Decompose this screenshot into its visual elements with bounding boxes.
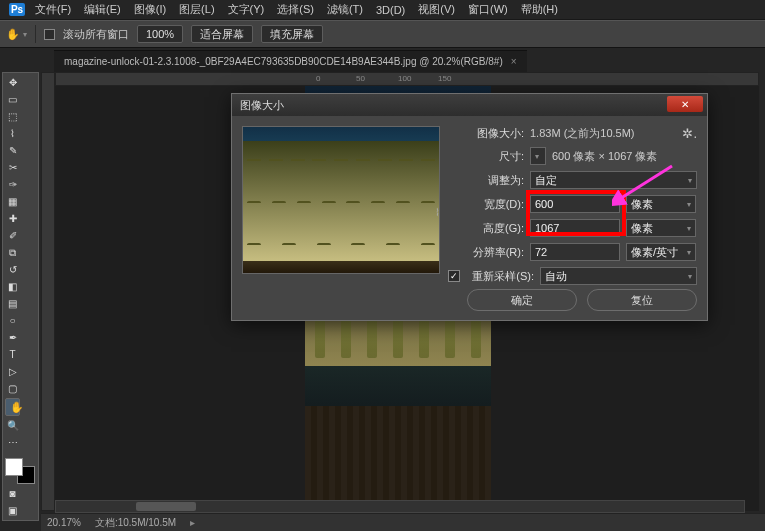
menu-edit[interactable]: 编辑(E) (78, 0, 127, 19)
link-wh-icon[interactable]: 𝄔 (430, 194, 444, 230)
close-tab-icon[interactable]: × (511, 56, 517, 67)
menu-filter[interactable]: 滤镜(T) (321, 0, 369, 19)
menu-layer[interactable]: 图层(L) (173, 0, 220, 19)
menu-window[interactable]: 窗口(W) (462, 0, 514, 19)
status-zoom[interactable]: 20.17% (47, 517, 81, 528)
dialog-close-button[interactable]: ✕ (667, 96, 703, 112)
status-doc: 文档:10.5M/10.5M (95, 516, 176, 530)
frame-tool[interactable]: ▦ (5, 194, 20, 209)
fg-color[interactable] (5, 458, 23, 476)
status-arrow-icon[interactable]: ▸ (190, 517, 195, 528)
tool-indicator: ✋ ▾ (6, 28, 27, 41)
resample-select[interactable]: 自动▾ (540, 267, 697, 285)
scroll-all-label: 滚动所有窗口 (63, 27, 129, 42)
preview-thumbnail (242, 126, 440, 274)
hand-tool[interactable]: ✋ (5, 398, 20, 416)
resample-checkbox[interactable]: ✓ (448, 270, 460, 282)
res-unit-select[interactable]: 像素/英寸▾ (626, 243, 696, 261)
fill-screen-button[interactable]: 填充屏幕 (261, 25, 323, 43)
fit-screen-button[interactable]: 适合屏幕 (191, 25, 253, 43)
zoom-tool[interactable]: 🔍 (5, 418, 20, 433)
dim-unit-select[interactable]: ▾ (530, 147, 546, 165)
menu-type[interactable]: 文字(Y) (222, 0, 271, 19)
dim-value: 600 像素 × 1067 像素 (552, 149, 657, 164)
width-unit-select[interactable]: 像素▾ (626, 195, 696, 213)
hand-icon: ✋ (6, 28, 20, 41)
shape-tool[interactable]: ▢ (5, 381, 20, 396)
options-bar: ✋ ▾ 滚动所有窗口 100% 适合屏幕 填充屏幕 (0, 20, 765, 48)
menu-3d[interactable]: 3D(D) (370, 2, 411, 18)
ok-button[interactable]: 确定 (467, 289, 577, 311)
dropdown-icon[interactable]: ▾ (23, 30, 27, 39)
color-swatch[interactable] (5, 458, 35, 484)
document-tabs: magazine-unlock-01-2.3.1008-_0BF29A4EC79… (0, 48, 765, 72)
scroll-thumb[interactable] (136, 502, 196, 511)
move-tool[interactable]: ✥ (5, 75, 20, 90)
artboard-tool[interactable]: ▭ (5, 92, 20, 107)
tool-panel: ✥ ▭ ⬚ ⌇ ✎ ✂ ✑ ▦ ✚ ✐ ⧉ ↺ ◧ ▤ ○ ✒ T ▷ ▢ ✋ … (2, 72, 39, 521)
dialog-title: 图像大小 (240, 98, 284, 113)
menubar: Ps 文件(F) 编辑(E) 图像(I) 图层(L) 文字(Y) 选择(S) 滤… (0, 0, 765, 20)
res-input[interactable] (530, 243, 620, 261)
res-label: 分辨率(R): (448, 245, 524, 260)
mask-mode[interactable]: ◙ (5, 486, 20, 501)
gear-icon[interactable]: ✲. (682, 126, 697, 141)
menu-file[interactable]: 文件(F) (29, 0, 77, 19)
spot-heal-tool[interactable]: ✚ (5, 211, 20, 226)
blur-tool[interactable]: ○ (5, 313, 20, 328)
dim-label: 尺寸: (448, 149, 524, 164)
clone-tool[interactable]: ⧉ (5, 245, 20, 260)
document-tab[interactable]: magazine-unlock-01-2.3.1008-_0BF29A4EC79… (54, 50, 527, 72)
quick-select-tool[interactable]: ✎ (5, 143, 20, 158)
menu-select[interactable]: 选择(S) (271, 0, 320, 19)
width-input[interactable] (530, 195, 620, 213)
reset-button[interactable]: 复位 (587, 289, 697, 311)
status-bar: 20.17% 文档:10.5M/10.5M ▸ (41, 513, 765, 531)
lasso-tool[interactable]: ⌇ (5, 126, 20, 141)
height-label: 高度(G): (448, 221, 524, 236)
menu-image[interactable]: 图像(I) (128, 0, 172, 19)
preset-select[interactable]: 自定▾ (530, 171, 697, 189)
preset-label: 调整为: (448, 173, 524, 188)
screen-mode[interactable]: ▣ (5, 503, 20, 518)
width-label: 宽度(D): (448, 197, 524, 212)
scroll-all-checkbox[interactable] (44, 29, 55, 40)
info-value: 1.83M (之前为10.5M) (530, 126, 635, 141)
eyedropper-tool[interactable]: ✑ (5, 177, 20, 192)
edit-toolbar[interactable]: ⋯ (5, 435, 20, 450)
dialog-titlebar[interactable]: 图像大小 ✕ (232, 94, 707, 116)
pen-tool[interactable]: ✒ (5, 330, 20, 345)
eraser-tool[interactable]: ◧ (5, 279, 20, 294)
height-unit-select[interactable]: 像素▾ (626, 219, 696, 237)
brush-tool[interactable]: ✐ (5, 228, 20, 243)
tab-title: magazine-unlock-01-2.3.1008-_0BF29A4EC79… (64, 56, 503, 67)
crop-tool[interactable]: ✂ (5, 160, 20, 175)
path-tool[interactable]: ▷ (5, 364, 20, 379)
resample-label: 重新采样(S): (466, 269, 534, 284)
zoom-100-button[interactable]: 100% (137, 25, 183, 43)
menu-help[interactable]: 帮助(H) (515, 0, 564, 19)
info-label: 图像大小: (448, 126, 524, 141)
height-input[interactable] (530, 219, 620, 237)
ruler-horizontal: 050100150 (55, 72, 759, 86)
image-size-dialog: 图像大小 ✕ 𝄔 图像大小: 1.83M (之前为10.5M) ✲. 尺寸: ▾… (231, 93, 708, 321)
app-logo: Ps (6, 2, 28, 18)
ruler-vertical (41, 72, 55, 511)
type-tool[interactable]: T (5, 347, 20, 362)
history-brush-tool[interactable]: ↺ (5, 262, 20, 277)
marquee-tool[interactable]: ⬚ (5, 109, 20, 124)
menu-view[interactable]: 视图(V) (412, 0, 461, 19)
gradient-tool[interactable]: ▤ (5, 296, 20, 311)
canvas-hscroll[interactable] (55, 500, 745, 513)
